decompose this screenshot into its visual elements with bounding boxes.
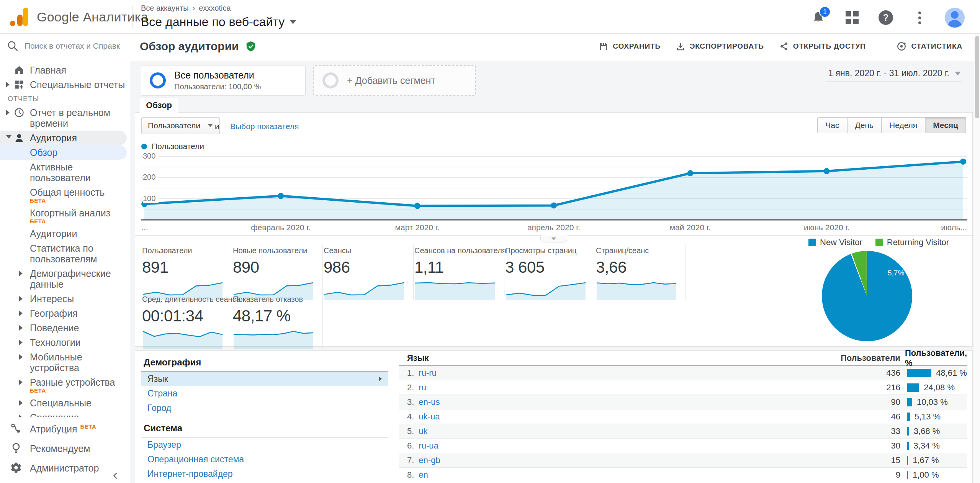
col-users-pct[interactable]: Пользователи, % [898, 348, 967, 368]
notifications-button[interactable]: 1 [810, 9, 827, 26]
table-row-ru-ua[interactable]: 6.ru-ua303,34 % [399, 439, 967, 453]
sidebar-item-behavior[interactable]: Поведение [0, 321, 130, 335]
sidebar-item-customization[interactable]: Специальные отчеты [0, 77, 130, 92]
sidebar-item-audience[interactable]: Аудитория [0, 131, 127, 145]
table-row-uk[interactable]: 5.uk333,68 % [399, 424, 967, 439]
more-menu-button[interactable] [911, 9, 928, 26]
metric-card-6[interactable]: Страниц/сеанс3,66 [595, 245, 686, 300]
sidebar-item-lifetime-value[interactable]: Общая ценностьБЕТА [0, 185, 130, 206]
language-link[interactable]: ru-ua [419, 441, 438, 451]
demo-row-интернет-провайдер[interactable]: Интернет-провайдер [141, 467, 388, 481]
users-line-chart[interactable]: 100200300 [141, 152, 967, 221]
table-row-ru-ru[interactable]: 1.ru-ru43648,61 % [399, 366, 967, 380]
save-button[interactable]: СОХРАНИТЬ [599, 42, 661, 51]
granularity-неделя[interactable]: Неделя [882, 117, 925, 133]
breadcrumb-property[interactable]: exxxotica [199, 4, 231, 13]
metric-card-4[interactable]: Сеансов на пользователя1,11 [414, 245, 504, 300]
language-link[interactable]: uk [419, 426, 427, 436]
report-search[interactable] [0, 34, 130, 58]
language-link[interactable]: ru [419, 383, 426, 393]
metric-card-5[interactable]: Просмотры страниц3 605 [504, 245, 595, 300]
beta-badge: БЕТА [30, 198, 126, 204]
demo-row-link[interactable]: Браузер [147, 440, 181, 450]
sidebar-item-label: Специальные [30, 398, 92, 408]
insights-button[interactable]: СТАТИСТИКА [897, 41, 962, 51]
sidebar-item-interests[interactable]: Интересы [0, 291, 130, 306]
search-input[interactable] [25, 41, 120, 51]
granularity-день[interactable]: День [847, 117, 882, 133]
sidebar-item-cohort-analysis[interactable]: Когортный анализБЕТА [0, 206, 130, 226]
scrollbar-thumb[interactable] [975, 36, 979, 118]
share-button[interactable]: ОТКРЫТЬ ДОСТУП [779, 42, 866, 51]
annotations-expand-button[interactable] [540, 235, 567, 242]
sidebar-item-demographics[interactable]: Демографические данные [0, 266, 130, 291]
row-pct: 5,13 % [915, 412, 941, 422]
tab-overview[interactable]: Обзор [140, 98, 178, 113]
sidebar-item-home[interactable]: Главная [0, 63, 130, 77]
demo-row-город[interactable]: Город [141, 401, 388, 415]
demo-row-link[interactable]: Интернет-провайдер [147, 469, 233, 479]
breadcrumb-accounts[interactable]: Все аккаунты [141, 4, 189, 13]
sidebar-item-realtime[interactable]: Отчет в реальном времени [0, 105, 130, 131]
metric-label: Страниц/сеанс [596, 246, 680, 255]
sidebar-item-overview[interactable]: Обзор [0, 145, 127, 160]
demo-row-браузер[interactable]: Браузер [141, 437, 388, 452]
table-row-en-us[interactable]: 3.en-us9010,03 % [399, 395, 967, 409]
demo-row-link[interactable]: Страна [147, 388, 177, 399]
user-avatar[interactable] [945, 8, 965, 28]
sidebar-item-cross-device[interactable]: Разные устройстваБЕТА [0, 375, 130, 396]
breadcrumb[interactable]: Все аккаунты › exxxotica [141, 4, 296, 13]
language-link[interactable]: ru-ru [419, 368, 436, 378]
sidebar-item-geo[interactable]: География [0, 306, 130, 321]
language-link[interactable]: uk-ua [419, 412, 440, 422]
help-button[interactable]: ? [877, 9, 894, 26]
export-button[interactable]: ЭКСПОРТИРОВАТЬ [676, 42, 764, 51]
metric-card-3[interactable]: Сеансы986 [323, 245, 414, 300]
apps-grid-button[interactable] [844, 9, 861, 26]
demo-row-операционная-система[interactable]: Операционная система [141, 452, 388, 467]
col-language[interactable]: Язык [399, 353, 841, 363]
metric-card-7[interactable]: Сред. длительность сеанса00:01:34 [141, 293, 232, 349]
view-selector[interactable]: Все данные по веб-сайту [141, 15, 296, 29]
demo-row-link[interactable]: Операционная система [147, 454, 244, 465]
language-link[interactable]: en [419, 470, 428, 480]
table-row-en-gb[interactable]: 7.en-gb151,67 % [399, 453, 967, 468]
metric-card-8[interactable]: Показатель отказов48,17 % [232, 293, 323, 349]
demo-row-страна[interactable]: Страна [141, 386, 388, 401]
metric-dropdown[interactable]: Пользователи [141, 117, 220, 134]
sidebar-item-mobile[interactable]: Мобильные устройства [0, 350, 130, 375]
y-axis-ticks: 100200300 [141, 152, 967, 221]
sidebar-item-attribution[interactable]: АтрибуцияБЕТА [0, 419, 130, 439]
metric-cards-row-1: Пользователи891Новые пользователи890Сеан… [141, 245, 686, 300]
demo-row-link[interactable]: Город [147, 403, 171, 413]
demo-row-язык[interactable]: Язык [141, 372, 388, 386]
sidebar-item-audiences[interactable]: Аудитории [0, 226, 130, 241]
sidebar-collapse[interactable] [0, 468, 130, 483]
col-users[interactable]: Пользователи [841, 353, 898, 363]
sidebar-item-active-users[interactable]: Активные пользователи [0, 160, 130, 185]
visitor-type-pie-chart[interactable] [822, 251, 912, 341]
table-row-uk-ua[interactable]: 4.uk-ua465,13 % [399, 409, 967, 424]
metric-card-1[interactable]: Пользователи891 [141, 245, 232, 300]
metric-card-2[interactable]: Новые пользователи890 [232, 245, 323, 300]
page-scrollbar[interactable] [974, 34, 980, 483]
sidebar-item-technology[interactable]: Технологии [0, 335, 130, 350]
sidebar-item-custom[interactable]: Специальные [0, 396, 130, 410]
row-pct: 1,00 % [913, 470, 939, 480]
segment-all-users[interactable]: Все пользователи Пользователи: 100,00 % [141, 65, 306, 96]
language-link[interactable]: en-us [419, 397, 440, 407]
date-range-text: 1 янв. 2020 г. - 31 июл. 2020 г. [828, 68, 949, 79]
select-metric-link[interactable]: Выбор показателя [230, 122, 299, 131]
legend-swatch-icon [808, 239, 816, 246]
granularity-час[interactable]: Час [817, 117, 847, 133]
add-segment-button[interactable]: + Добавить сегмент [313, 65, 476, 96]
sidebar-item-discover[interactable]: Рекомендуем [0, 439, 130, 458]
language-link[interactable]: en-gb [419, 455, 440, 465]
granularity-месяц[interactable]: Месяц [925, 117, 966, 133]
table-row-ru[interactable]: 2.ru21624,08 % [399, 380, 967, 395]
table-row-en[interactable]: 8.en91,00 % [399, 468, 967, 482]
date-range-picker[interactable]: 1 янв. 2020 г. - 31 июл. 2020 г. [826, 67, 962, 82]
sidebar-item-benchmarking[interactable]: Сравнение [0, 410, 130, 417]
segment-ring-icon [322, 72, 339, 88]
sidebar-item-user-explorer[interactable]: Статистика по пользователям [0, 241, 130, 266]
